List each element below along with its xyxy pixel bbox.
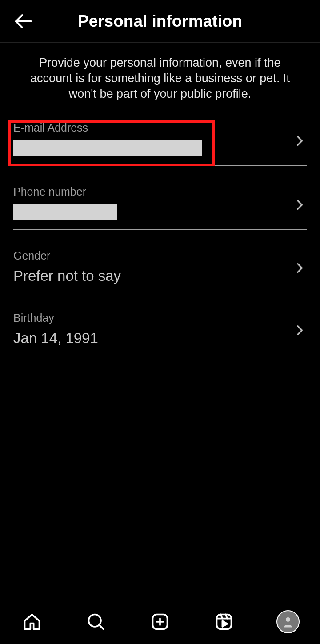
chevron-right-icon — [292, 261, 307, 275]
reels-icon — [214, 612, 234, 632]
fields-list: E-mail Address Phone number Gender Prefe… — [0, 116, 320, 354]
birthday-label: Birthday — [13, 312, 284, 324]
email-label: E-mail Address — [13, 121, 284, 134]
plus-square-icon — [150, 612, 170, 632]
gender-label: Gender — [13, 249, 284, 262]
nav-search-button[interactable] — [84, 609, 108, 634]
gender-value: Prefer not to say — [13, 268, 284, 285]
nav-create-button[interactable] — [148, 609, 172, 634]
home-icon — [22, 612, 42, 632]
email-redacted — [13, 140, 202, 156]
nav-profile-button[interactable] — [276, 609, 300, 634]
phone-redacted — [13, 204, 117, 220]
intro-text: Provide your personal information, even … — [0, 43, 320, 116]
email-value — [13, 140, 284, 159]
chevron-right-icon — [292, 198, 307, 212]
nav-reels-button[interactable] — [212, 609, 236, 634]
bottom-nav — [0, 600, 320, 644]
svg-line-2 — [99, 625, 103, 629]
phone-value — [13, 204, 284, 223]
gender-field[interactable]: Gender Prefer not to say — [13, 244, 307, 292]
birthday-field[interactable]: Birthday Jan 14, 1991 — [13, 306, 307, 354]
person-icon — [281, 615, 295, 628]
page-title: Personal information — [11, 12, 309, 31]
phone-label: Phone number — [13, 185, 284, 198]
header: Personal information — [0, 0, 320, 43]
svg-marker-10 — [222, 621, 227, 627]
chevron-right-icon — [292, 323, 307, 337]
email-field[interactable]: E-mail Address — [13, 116, 307, 166]
birthday-value: Jan 14, 1991 — [13, 330, 284, 348]
chevron-right-icon — [292, 134, 307, 148]
phone-field[interactable]: Phone number — [13, 180, 307, 230]
avatar-icon — [276, 610, 300, 633]
svg-point-11 — [286, 617, 290, 622]
nav-home-button[interactable] — [20, 609, 44, 634]
search-icon — [86, 612, 106, 632]
